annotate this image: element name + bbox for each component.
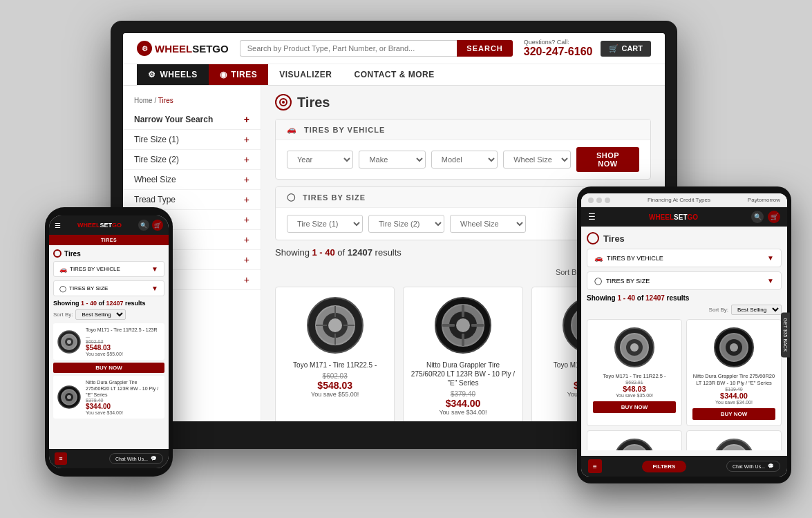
- phone-product-2-info: Nitto Dura Grappler Tire 275/60R20 LT 12…: [86, 379, 161, 415]
- filter-wheel-size[interactable]: Wheel Size +: [123, 170, 261, 190]
- tablet-page-title: Tires: [587, 232, 782, 244]
- size-search-label: TIRES BY SIZE: [303, 193, 366, 202]
- header-right: Questions? Call: 320-247-6160 🛒 CART: [524, 39, 651, 58]
- phone-size-icon: ◯: [59, 285, 66, 292]
- tablet-chat-icon: 💬: [768, 463, 774, 469]
- tablet-dots: [588, 198, 610, 203]
- product-2-savings: You save $34.00!: [439, 409, 487, 416]
- size-wheelsize-dropdown[interactable]: Wheel Size: [450, 215, 526, 233]
- product-2-name: Nitto Dura Grappler Tire 275/60R20 LT 12…: [410, 361, 515, 387]
- phone-buy-btn-1[interactable]: BUY NOW: [53, 363, 164, 373]
- tablet-dot-2: [596, 198, 602, 203]
- results-total: 12407: [348, 247, 372, 258]
- product-1-savings: You save $55.00!: [311, 391, 359, 398]
- breadcrumb: Home / Tires: [123, 94, 261, 110]
- narrow-search-toggle[interactable]: +: [244, 114, 249, 125]
- tablet-cart-icon[interactable]: 🛒: [768, 211, 780, 223]
- wheelsize-dropdown[interactable]: Wheel Size: [503, 151, 571, 169]
- tablet-product-2: Nitto Dura Grappler Tire 275/60R20 LT 12…: [686, 319, 782, 426]
- filter-tread-type-icon: +: [244, 194, 249, 205]
- tablet-size-chevron: ▼: [767, 277, 774, 285]
- phone-vehicle-bar[interactable]: 🚗 TIRES BY VEHICLE ▼: [53, 261, 164, 277]
- nav-wheels[interactable]: ⚙ WHEELS: [137, 64, 209, 85]
- svg-point-25: [67, 340, 71, 344]
- tablet-bottom-bar: ≡ FILTERS Chat With Us... 💬: [581, 456, 787, 477]
- svg-point-5: [328, 318, 342, 332]
- narrow-search-label: Narrow Your Search: [134, 115, 213, 124]
- tablet-products-grid: Toyo M171 - Tire 11R22.5 - $682.81 $48.0…: [587, 319, 782, 450]
- phone-size-left: ◯ TIRES BY SIZE: [59, 285, 108, 292]
- tire-size-2-dropdown[interactable]: Tire Size (2): [368, 215, 444, 233]
- tablet-product-2-sale: $344.00: [720, 392, 748, 400]
- filter-wheel-size-label: Wheel Size: [134, 175, 176, 184]
- phone-page-title: Tires: [53, 249, 164, 258]
- phone-menu-icon[interactable]: ☰: [55, 222, 61, 229]
- phone-search-icon[interactable]: 🔍: [138, 220, 149, 231]
- model-dropdown[interactable]: Model: [431, 151, 498, 169]
- product-1-sale-price: $548.03: [317, 380, 352, 391]
- tablet-vehicle-bar[interactable]: 🚗 TIRES BY VEHICLE ▼: [587, 249, 782, 267]
- get-back-tab[interactable]: GET $35 BACK: [781, 313, 787, 358]
- tablet-affirm-label: Financing At Credit Types: [648, 197, 710, 203]
- phone-sort-select[interactable]: Best Selling: [75, 309, 126, 320]
- breadcrumb-home[interactable]: Home: [134, 97, 153, 104]
- phone-vehicle-left: 🚗 TIRES BY VEHICLE: [59, 266, 120, 273]
- tablet-buy-btn-2[interactable]: BUY NOW: [692, 408, 775, 420]
- tablet-chat-button[interactable]: Chat With Us... 💬: [726, 461, 780, 472]
- vehicle-search-body: Year Make Model Wheel Size SHOP NOW: [276, 140, 650, 179]
- svg-rect-15: [462, 334, 464, 346]
- shop-now-button[interactable]: SHOP NOW: [576, 147, 639, 172]
- phone-product-2-orig: $378.40: [86, 398, 161, 403]
- tablet-product-3: Tire Product 3 $350.00 $299.00 You save …: [587, 430, 682, 451]
- site-header: ⚙ WHEELSETGO SEARCH Questions? Call: 320…: [123, 33, 665, 64]
- tire-size-1-dropdown[interactable]: Tire Size (1): [287, 215, 363, 233]
- nav-tires[interactable]: ◉ TIRES: [209, 64, 268, 85]
- phone-product-1-name: Toyo M171 - Tire 11R22.5 - 123R ...: [86, 327, 161, 339]
- tablet-search-icon[interactable]: 🔍: [751, 211, 764, 223]
- tablet-sort-select[interactable]: Best Selling: [731, 305, 782, 315]
- phone-chat-button[interactable]: Chat With Us... 💬: [109, 453, 163, 464]
- tablet-product-2-name: Nitto Dura Grappler Tire 275/60R20 LT 12…: [692, 373, 775, 387]
- phone-size-bar[interactable]: ◯ TIRES BY SIZE ▼: [53, 280, 164, 296]
- filter-by-vehicle-icon: +: [244, 274, 249, 285]
- nav-visualizer[interactable]: VISUALIZER: [268, 64, 343, 85]
- tablet-tires-label: Tires: [603, 233, 625, 244]
- tablet-product-1-sale: $48.03: [623, 385, 646, 393]
- phone-cart-icon[interactable]: 🛒: [152, 220, 163, 231]
- product-card-1: Toyo M171 - Tire 11R22.5 - $602.03 $548.…: [275, 287, 395, 421]
- phone-logo: WHEELSETGO: [77, 222, 122, 229]
- vehicle-search-label: TIRES BY VEHICLE: [304, 126, 385, 134]
- phone-device: ☰ WHEELSETGO 🔍 🛒 TIRES Tires 🚗 T: [45, 207, 173, 477]
- phone-product-2-save: You save $34.00!: [86, 410, 161, 415]
- tablet-filters-button[interactable]: FILTERS: [642, 461, 687, 472]
- filter-tread-type-label: Tread Type: [134, 195, 176, 204]
- search-bar: SEARCH: [240, 40, 513, 57]
- tablet-size-bar[interactable]: ◯ TIRES BY SIZE ▼: [587, 271, 782, 290]
- filter-tire-size-2[interactable]: Tire Size (2) +: [123, 150, 261, 170]
- cart-button[interactable]: 🛒 CART: [601, 41, 651, 57]
- wheels-nav-icon: ⚙: [148, 70, 156, 79]
- phone-sort: Sort By: Best Selling: [53, 309, 164, 320]
- svg-point-33: [630, 343, 639, 352]
- nav-contact[interactable]: CONTACT & MORE: [343, 64, 446, 85]
- tablet-menu-icon[interactable]: ☰: [588, 212, 596, 222]
- phone-vehicle-icon: 🚗: [59, 266, 67, 273]
- tablet-dot-1: [588, 198, 594, 203]
- make-dropdown[interactable]: Make: [359, 151, 425, 169]
- tablet-vehicle-label: TIRES BY VEHICLE: [607, 255, 663, 262]
- tablet-content: Tires 🚗 TIRES BY VEHICLE ▼ ◯ TIRES BY SI…: [581, 227, 787, 456]
- tablet-buy-btn-1[interactable]: BUY NOW: [593, 401, 676, 413]
- phone-action-icons: 🔍 🛒: [138, 220, 163, 231]
- filter-tire-size-1[interactable]: Tire Size (1) +: [123, 130, 261, 150]
- year-dropdown[interactable]: Year: [287, 151, 353, 169]
- tablet-results-text: Showing 1 - 40 of 12407 results: [587, 294, 782, 302]
- tablet-product-1-name: Toyo M171 - Tire 11R22.5 -: [603, 373, 666, 380]
- product-2-sale-price: $344.00: [446, 398, 481, 409]
- tablet-vehicle-icon: 🚗: [594, 254, 603, 262]
- search-button[interactable]: SEARCH: [457, 40, 512, 57]
- tablet-dot-3: [605, 198, 610, 203]
- phone-nav: TIRES: [49, 235, 169, 245]
- logo-text: WHEELSETGO: [155, 43, 229, 55]
- tablet-logo: WHEELSETGO: [649, 213, 698, 221]
- search-input[interactable]: [240, 40, 457, 57]
